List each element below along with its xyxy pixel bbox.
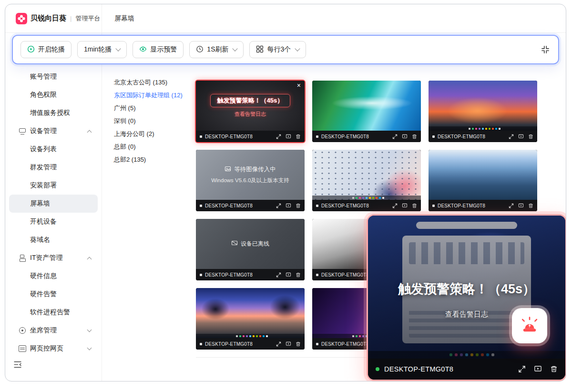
fullscreen-icon[interactable]: [276, 272, 281, 278]
device-name: DESKTOP-ETMG0T8: [205, 134, 253, 139]
group-item[interactable]: 广州 (5): [114, 102, 190, 114]
remote-control-icon[interactable]: [518, 134, 524, 139]
fullscreen-icon[interactable]: [276, 341, 281, 347]
per-row-dropdown[interactable]: 每行3个: [249, 41, 306, 58]
device-tile[interactable]: × DESKTOP-ETMG0T8: [429, 150, 537, 211]
sidebar-item[interactable]: IT资产管理: [9, 249, 98, 267]
sidebar-section-icon: [19, 345, 26, 352]
delete-icon[interactable]: [296, 134, 301, 139]
sidebar-item[interactable]: 网页控网页: [9, 340, 98, 358]
fullscreen-icon[interactable]: [392, 134, 398, 139]
fullscreen-icon[interactable]: [509, 134, 514, 139]
remote-control-icon[interactable]: [402, 203, 408, 208]
device-tile-bar: DESKTOP-ETMG0T8: [312, 200, 421, 211]
device-tile[interactable]: × DESKTOP-ETMG0T8: [312, 81, 421, 142]
carousel-interval-dropdown[interactable]: 1min轮播: [77, 41, 127, 58]
start-carousel-button[interactable]: 开启轮播: [20, 41, 72, 58]
group-item[interactable]: 深圳 (0): [114, 114, 190, 127]
chevron-icon: [87, 328, 92, 332]
remote-control-icon[interactable]: [286, 134, 291, 139]
group-item[interactable]: 总部2 (135): [114, 153, 190, 166]
waiting-text-line2: Windows V5.6.0及以上版本支持: [211, 177, 289, 184]
sidebar-item[interactable]: 坐席管理: [9, 321, 98, 340]
refresh-rate-value: 1S刷新: [207, 45, 228, 54]
remote-control-icon[interactable]: [534, 365, 542, 373]
chevron-icon: [87, 257, 92, 261]
group-item[interactable]: 东区国际订单处理组 (12): [114, 89, 190, 102]
sidebar-item[interactable]: 安装部署: [9, 176, 98, 195]
sidebar-item[interactable]: 屏幕墙: [9, 195, 98, 213]
remote-control-icon[interactable]: [402, 134, 408, 139]
sidebar-item[interactable]: 软件进程告警: [9, 303, 98, 321]
device-tile[interactable]: × DESKTOP-ETMG0T8: [312, 150, 421, 211]
brand-logo: 贝锐向日葵 | 管理平台: [5, 4, 102, 32]
sidebar-item-label: 软件进程告警: [30, 308, 70, 317]
alarm-siren-icon[interactable]: [512, 308, 547, 343]
fullscreen-icon[interactable]: [276, 203, 281, 208]
device-name: DESKTOP-ETMG0T8: [205, 272, 253, 278]
delete-icon[interactable]: [550, 365, 558, 373]
app-window: 贝锐向日葵 | 管理平台 屏幕墙 开启轮播 1min轮播 显示预警 1S刷新 每…: [5, 4, 566, 382]
sidebar-item[interactable]: 葵域名: [9, 231, 98, 249]
popup-device-bar: DESKTOP-ETMG0T8: [368, 359, 565, 380]
delete-icon[interactable]: [412, 134, 417, 139]
fullscreen-icon[interactable]: [518, 365, 526, 373]
chevron-down-icon: [233, 46, 238, 51]
screen-taskbar: [312, 196, 421, 200]
tile-warning-overlay: 触发预警策略！（45s） 查看告警日志: [196, 81, 305, 131]
remote-control-icon[interactable]: [286, 341, 291, 347]
device-name: DESKTOP-ETMG0T8: [321, 203, 369, 208]
show-alerts-button[interactable]: 显示预警: [133, 41, 184, 58]
taskbar-icons: [482, 128, 484, 130]
device-screen-preview: ×: [312, 81, 421, 131]
sidebar-item[interactable]: 群发管理: [9, 158, 98, 176]
group-item[interactable]: 总部 (0): [114, 140, 190, 153]
alert-popup-card[interactable]: 触发预警策略！（45s） 查看告警日志 DESKTOP-ETMG0T8: [367, 214, 566, 381]
fullscreen-icon[interactable]: [392, 203, 398, 208]
group-item[interactable]: 上海分公司 (2): [114, 127, 190, 140]
fullscreen-icon[interactable]: [509, 203, 514, 208]
sidebar-item-label: 硬件告警: [30, 290, 57, 299]
device-screen-preview: ×: [429, 150, 537, 200]
refresh-rate-dropdown[interactable]: 1S刷新: [189, 41, 244, 58]
remote-control-icon[interactable]: [286, 272, 291, 278]
remote-control-icon[interactable]: [286, 203, 291, 208]
grid-layout-icon: [256, 45, 264, 54]
sidebar-item[interactable]: 增值服务授权: [9, 104, 98, 122]
device-tile-bar: DESKTOP-ETMG0T8: [196, 338, 305, 350]
fullscreen-icon[interactable]: [276, 134, 281, 139]
delete-icon[interactable]: [296, 272, 301, 278]
remote-control-icon[interactable]: [518, 203, 524, 208]
sidebar-item[interactable]: 硬件信息: [9, 267, 98, 285]
close-icon[interactable]: ×: [297, 82, 301, 89]
menu-fold-icon[interactable]: [13, 361, 22, 369]
sidebar-item[interactable]: 设备管理: [9, 122, 98, 140]
collapse-icon[interactable]: [540, 44, 551, 55]
delete-icon[interactable]: [296, 341, 301, 347]
device-tile-bar: DESKTOP-ETMG0T8: [312, 131, 421, 142]
device-screen-preview: 等待图像传入中 Windows V5.6.0及以上版本支持 ×: [196, 150, 305, 200]
sidebar-item[interactable]: 角色权限: [9, 86, 98, 104]
offline-text: 设备已离线: [241, 240, 269, 248]
delete-icon[interactable]: [528, 134, 533, 139]
sidebar-item[interactable]: 设备列表: [9, 140, 98, 158]
warning-log-link[interactable]: 查看告警日志: [235, 111, 266, 118]
device-name: DESKTOP-ETMG0T8: [321, 134, 369, 139]
delete-icon[interactable]: [412, 203, 417, 208]
device-tile[interactable]: 设备已离线 × DESKTOP-ETMG0T8: [196, 219, 305, 280]
device-tile[interactable]: × DESKTOP-ETMG0T8: [429, 81, 537, 142]
chevron-down-icon: [295, 46, 300, 51]
sidebar-item[interactable]: 账号管理: [9, 68, 98, 86]
device-tile[interactable]: × DESKTOP-ETMG0T8: [196, 288, 305, 350]
sidebar-item-label: 网页控网页: [30, 344, 63, 353]
status-dot: [200, 205, 202, 207]
popup-warning-text: 触发预警策略！（45s）: [368, 280, 565, 298]
device-tile[interactable]: 触发预警策略！（45s） 查看告警日志: [196, 81, 305, 142]
delete-icon[interactable]: [296, 203, 301, 208]
group-item[interactable]: 北京太古公司 (135): [114, 76, 190, 89]
delete-icon[interactable]: [528, 203, 533, 208]
sidebar-item-label: 增值服务授权: [30, 109, 70, 117]
device-tile[interactable]: 等待图像传入中 Windows V5.6.0及以上版本支持 ×: [196, 150, 305, 211]
sidebar-item[interactable]: 硬件告警: [9, 285, 98, 303]
sidebar-item[interactable]: 开机设备: [9, 213, 98, 231]
